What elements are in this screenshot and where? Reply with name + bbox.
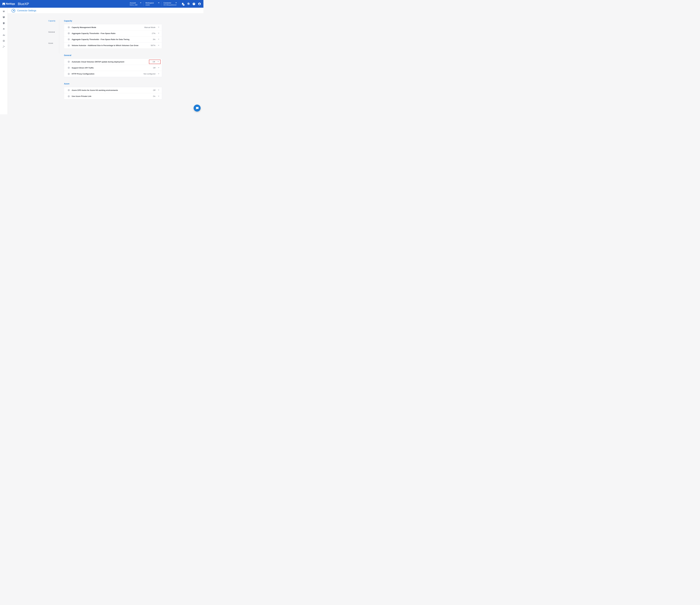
settings-main: Capacity Capacity Management Mode Manual… [64, 20, 162, 115]
sidenav-item-capacity[interactable]: Capacity [48, 20, 59, 31]
brand-logo[interactable]: NetApp BlueXP [2, 2, 29, 6]
row-value: 3% [153, 39, 155, 41]
row-value: Not configured [144, 73, 155, 75]
sync-icon[interactable] [2, 28, 5, 30]
page-title: Connector Settings [17, 9, 36, 12]
workspace-value: odedb [146, 4, 159, 6]
row-value: Manual Mode [144, 26, 155, 28]
workspace-selector[interactable]: Workspace odedb [144, 2, 161, 6]
analytics-icon[interactable] [2, 34, 5, 36]
chevron-down-icon [158, 96, 159, 97]
left-navigation-rail [0, 8, 8, 115]
row-label: Automatic Cloud Volumes ONTAP update dur… [72, 61, 149, 63]
row-value: 587% [151, 44, 155, 47]
row-value: Off [153, 89, 155, 91]
row-value: 27% [152, 32, 155, 34]
row-capacity-management-mode[interactable]: Capacity Management Mode Manual Mode [64, 24, 162, 30]
chevron-down-icon [158, 74, 159, 74]
brand-primary-text: NetApp [6, 2, 15, 5]
sidenav-item-azure[interactable]: Azure [48, 42, 59, 53]
chevron-down-icon [158, 67, 159, 68]
content-area: Capacity General Azure Capacity Capacity… [8, 14, 203, 115]
settings-button[interactable] [187, 2, 190, 5]
row-label: Use Azure Private Link [72, 95, 153, 97]
connector-selector[interactable]: Connector OCCMsaasDemo3 [161, 2, 179, 6]
info-icon[interactable] [68, 45, 70, 47]
row-label: Support Direct API Traffic [72, 67, 153, 69]
section-title-azure: Azure [64, 82, 162, 85]
row-label: Volume Autosize - Additional Size in Per… [72, 44, 151, 47]
topbar-utility-icons: 8 [181, 2, 201, 5]
user-icon [198, 2, 201, 5]
section-general: General Automatic Cloud Volumes ONTAP up… [64, 54, 162, 77]
row-label: Aggregate Capacity Thresholds - Free Spa… [72, 32, 152, 34]
chevron-down-icon [140, 2, 142, 3]
notification-count-badge: 8 [183, 4, 184, 6]
settings-side-nav: Capacity General Azure [48, 20, 59, 115]
chevron-down-icon [158, 39, 159, 40]
row-direct-api-traffic[interactable]: Support Direct API Traffic Off [64, 65, 162, 71]
section-azure: Azure Azure CIFS locks for Azure HA work… [64, 82, 162, 99]
row-label: Capacity Management Mode [72, 26, 144, 28]
topbar-context-group: Account Demo_SIM Workspace odedb Connect… [128, 2, 179, 6]
notifications-button[interactable]: 8 [181, 2, 184, 5]
info-icon[interactable] [68, 61, 70, 63]
chevron-down-icon [157, 61, 159, 62]
info-icon[interactable] [68, 39, 70, 40]
user-menu-button[interactable] [198, 2, 201, 5]
row-label: Azure CIFS locks for Azure HA working en… [72, 89, 153, 91]
connector-label: Connector [164, 2, 171, 4]
account-label: Account [130, 2, 136, 4]
account-selector[interactable]: Account Demo_SIM [128, 2, 143, 6]
brand-product-text: BlueXP [18, 2, 29, 6]
row-label: HTTP Proxy Configuration [72, 73, 144, 75]
workspace-label: Workspace [146, 2, 154, 4]
panel-general: Automatic Cloud Volumes ONTAP update dur… [64, 59, 162, 77]
info-icon[interactable] [68, 89, 70, 91]
extensions-icon[interactable] [2, 46, 5, 48]
chevron-down-icon [158, 90, 159, 91]
panel-azure: Azure CIFS locks for Azure HA working en… [64, 87, 162, 99]
section-title-general: General [64, 54, 162, 56]
info-icon[interactable] [68, 67, 70, 69]
info-icon[interactable] [68, 95, 70, 97]
info-icon[interactable] [68, 73, 70, 75]
account-value: Demo_SIM [130, 4, 141, 6]
row-free-space-ratio-tiering[interactable]: Aggregate Capacity Thresholds - Free Spa… [64, 36, 162, 43]
highlighted-value-box: Off [149, 60, 160, 64]
section-title-capacity: Capacity [64, 20, 162, 22]
compute-icon[interactable] [2, 40, 5, 42]
row-value: On [153, 95, 155, 97]
page-header: Connector Settings [8, 8, 203, 14]
chevron-down-icon [158, 2, 159, 3]
chevron-down-icon [158, 33, 159, 34]
shield-icon[interactable] [2, 22, 5, 25]
row-value: Off [153, 61, 155, 63]
row-free-space-ratio[interactable]: Aggregate Capacity Thresholds - Free Spa… [64, 30, 162, 36]
section-capacity: Capacity Capacity Management Mode Manual… [64, 20, 162, 49]
chat-icon [196, 106, 199, 110]
row-value: Off [153, 67, 155, 69]
sidenav-item-general[interactable]: General [48, 31, 59, 42]
canvas-icon[interactable] [2, 10, 5, 13]
health-icon[interactable] [2, 16, 5, 19]
connector-value: OCCMsaasDemo3 [164, 4, 177, 6]
row-volume-autosize[interactable]: Volume Autosize - Additional Size in Per… [64, 43, 162, 48]
info-icon[interactable] [68, 32, 70, 34]
row-azure-private-link[interactable]: Use Azure Private Link On [64, 93, 162, 99]
chevron-down-icon [175, 2, 177, 3]
chevron-down-icon [158, 45, 159, 46]
help-button[interactable] [193, 2, 195, 5]
row-auto-cvo-update[interactable]: Automatic Cloud Volumes ONTAP update dur… [64, 59, 162, 65]
chevron-down-icon [158, 27, 159, 28]
info-icon[interactable] [68, 26, 70, 28]
help-icon [193, 2, 195, 5]
gear-icon [187, 2, 190, 5]
netapp-logo-icon [2, 3, 5, 5]
row-label: Aggregate Capacity Thresholds - Free Spa… [72, 39, 153, 41]
row-http-proxy[interactable]: HTTP Proxy Configuration Not configured [64, 71, 162, 77]
chat-support-button[interactable] [194, 105, 201, 111]
panel-capacity: Capacity Management Mode Manual Mode Agg… [64, 24, 162, 49]
row-azure-cifs-locks[interactable]: Azure CIFS locks for Azure HA working en… [64, 87, 162, 93]
page-header-icon [11, 9, 15, 12]
